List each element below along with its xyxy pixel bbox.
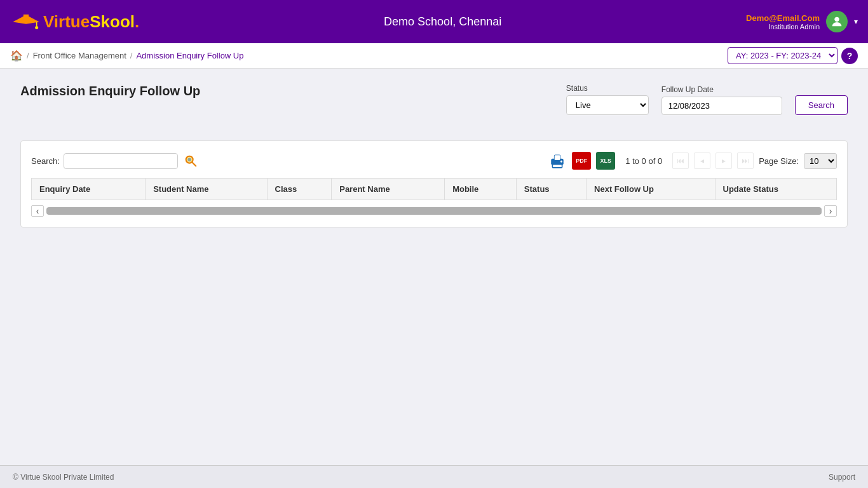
excel-icon-label: XLS: [600, 158, 612, 164]
user-email: Demo@Email.Com: [746, 13, 820, 23]
breadcrumb-sep1: /: [27, 51, 29, 60]
followup-date-label: Follow Up Date: [661, 85, 782, 94]
col-class: Class: [267, 179, 332, 200]
last-page-icon: ⏭: [742, 156, 749, 165]
main-content: Admission Enquiry Follow Up Status Live …: [0, 69, 868, 243]
logo-text: VirtueSkool.: [43, 12, 139, 32]
user-role: Institution Admin: [746, 23, 820, 30]
breadcrumb-bar: 🏠 / Front Office Management / Admission …: [0, 43, 868, 69]
table-container: Search:: [20, 140, 848, 227]
search-button[interactable]: Search: [795, 95, 848, 115]
table-search-area: Search:: [31, 152, 200, 170]
table-actions-area: PDF XLS 1 to 0 of 0 ⏮ ◂ ▸: [548, 151, 837, 170]
col-enquiry-date: Enquiry Date: [32, 179, 146, 200]
prev-page-icon: ◂: [700, 156, 704, 165]
data-table: Enquiry Date Student Name Class Parent N…: [31, 178, 837, 200]
pdf-button[interactable]: PDF: [572, 152, 591, 170]
col-status: Status: [516, 179, 586, 200]
header: VirtueSkool. Demo School, Chennai Demo@E…: [0, 0, 868, 43]
svg-line-7: [193, 163, 196, 166]
user-info: Demo@Email.Com Institution Admin: [746, 13, 820, 30]
page-size-label: Page Size:: [759, 156, 799, 166]
col-mobile: Mobile: [445, 179, 517, 200]
print-icon: [549, 152, 566, 169]
scroll-left-arrow[interactable]: ‹: [31, 205, 44, 217]
footer-copyright: © Virtue Skool Private Limited: [13, 473, 114, 482]
col-student-name: Student Name: [146, 179, 267, 200]
footer: © Virtue Skool Private Limited Support: [0, 465, 868, 488]
col-update-status: Update Status: [715, 179, 836, 200]
logo-icon: [10, 6, 42, 37]
last-page-button[interactable]: ⏭: [737, 152, 754, 169]
table-search-button[interactable]: [182, 152, 200, 170]
ay-dropdown[interactable]: AY: 2023 - FY: 2023-24: [728, 47, 837, 64]
print-button[interactable]: [548, 151, 567, 170]
scroll-right-arrow[interactable]: ›: [824, 205, 837, 217]
logo-area: VirtueSkool.: [10, 6, 139, 37]
svg-point-3: [35, 26, 38, 29]
status-filter-group: Status Live Closed Pending: [566, 84, 649, 115]
user-area: Demo@Email.Com Institution Admin ▾: [746, 11, 858, 32]
ay-selector: AY: 2023 - FY: 2023-24 ?: [728, 47, 858, 64]
page-size-select[interactable]: 10 25 50 100: [804, 153, 837, 169]
status-label: Status: [566, 84, 649, 93]
scroll-track[interactable]: [46, 207, 822, 215]
horizontal-scroll-area: ‹ ›: [31, 205, 837, 217]
next-page-icon: ▸: [722, 156, 726, 165]
excel-button[interactable]: XLS: [596, 152, 615, 170]
first-page-button[interactable]: ⏮: [672, 152, 689, 169]
page-header: Admission Enquiry Follow Up Status Live …: [20, 84, 848, 128]
pagination-info: 1 to 0 of 0: [625, 156, 662, 166]
breadcrumb-link1[interactable]: Front Office Management: [33, 51, 126, 60]
col-parent-name: Parent Name: [332, 179, 445, 200]
pdf-icon-label: PDF: [576, 158, 587, 164]
followup-date-filter-group: Follow Up Date: [661, 85, 782, 115]
avatar-icon: [830, 15, 844, 29]
svg-rect-11: [555, 155, 560, 160]
table-search-input[interactable]: [64, 153, 178, 169]
table-search-label: Search:: [31, 156, 60, 166]
svg-point-4: [834, 17, 839, 22]
school-name: Demo School, Chennai: [384, 15, 501, 29]
table-toolbar: Search:: [31, 151, 837, 170]
filter-row: Status Live Closed Pending Follow Up Dat…: [566, 84, 848, 115]
prev-page-button[interactable]: ◂: [694, 152, 710, 169]
user-dropdown-arrow[interactable]: ▾: [854, 17, 858, 26]
page-title: Admission Enquiry Follow Up: [20, 84, 200, 98]
followup-date-input[interactable]: [661, 97, 782, 115]
next-page-button[interactable]: ▸: [715, 152, 732, 169]
help-button[interactable]: ?: [841, 48, 858, 64]
scroll-thumb: [46, 207, 822, 215]
svg-point-6: [187, 158, 191, 161]
svg-rect-1: [24, 15, 29, 22]
status-select[interactable]: Live Closed Pending: [566, 95, 649, 115]
home-icon[interactable]: 🏠: [10, 50, 23, 62]
col-next-follow-up: Next Follow Up: [587, 179, 715, 200]
breadcrumb-sep2: /: [130, 51, 133, 60]
footer-support[interactable]: Support: [829, 473, 855, 482]
breadcrumb-current: Admission Enquiry Follow Up: [136, 51, 243, 60]
avatar[interactable]: [826, 11, 848, 32]
first-page-icon: ⏮: [677, 156, 684, 165]
breadcrumb: 🏠 / Front Office Management / Admission …: [10, 50, 244, 62]
table-header-row: Enquiry Date Student Name Class Parent N…: [32, 179, 837, 200]
search-magnifier-icon: [184, 154, 198, 168]
svg-point-12: [560, 160, 562, 162]
